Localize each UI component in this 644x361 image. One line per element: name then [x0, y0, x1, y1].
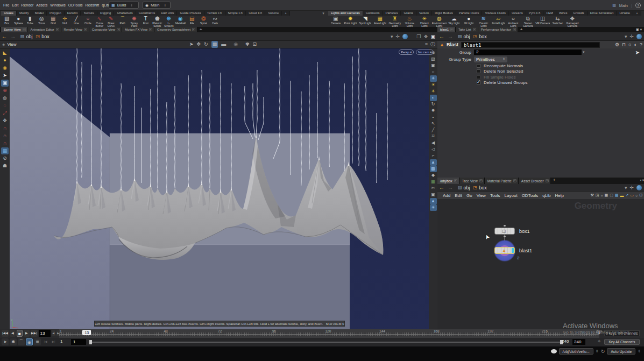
tool-environment-light[interactable]: ◍Environment Light	[432, 16, 447, 27]
tool-portal-light[interactable]: ▱Portal Light	[491, 16, 506, 27]
tool-metaball[interactable]: ◉Metaball	[175, 16, 187, 27]
frame-dec-button[interactable]: ◀	[52, 330, 55, 336]
bulb-icon[interactable]: ☀	[430, 204, 437, 211]
back-arrow-icon[interactable]: ←	[2, 33, 7, 39]
snap-edges-icon[interactable]: ∩	[1, 132, 9, 139]
shelf-tab-hpaste[interactable]: HPaste	[617, 11, 633, 16]
shelf-tab-grains[interactable]: Grains	[401, 11, 416, 16]
contrast-icon[interactable]: ◐	[634, 42, 637, 47]
highlight-icon[interactable]: ▧	[430, 56, 437, 62]
tool-box[interactable]: ▧Box	[1, 16, 13, 27]
group-type-menu[interactable]: Primitives⇕	[474, 56, 507, 62]
slash-icon[interactable]: ╱	[430, 127, 437, 133]
shelf-tab-vellum[interactable]: Vellum	[416, 11, 432, 16]
view-menu-icon[interactable]: ◈	[2, 43, 5, 47]
tool-camera[interactable]: ▣Camera	[328, 16, 343, 27]
tool-point-light[interactable]: ✹Point Light	[343, 16, 358, 27]
close-tab-icon[interactable]: ×	[56, 28, 59, 31]
link-indicator-icon[interactable]	[402, 34, 408, 39]
shelf-tab-terrain-fx[interactable]: Terrain FX	[204, 11, 225, 16]
pane-tab--obj-box[interactable]: /obj/box×	[437, 178, 459, 184]
dopesheet-icon[interactable]: ≣	[34, 338, 41, 345]
network-menu-layout[interactable]: Layout	[505, 193, 518, 198]
dropdown-icon[interactable]: ▾	[625, 34, 627, 39]
shelf-tab-crowds[interactable]: Crowds	[570, 11, 587, 16]
tool-path[interactable]: ⌒Path	[117, 16, 129, 27]
help-icon[interactable]: ?	[640, 42, 642, 47]
viewport-canvas[interactable]	[0, 48, 437, 329]
shelf-tab-wires[interactable]: Wires	[556, 11, 570, 16]
tool-line[interactable]: ╱Line	[70, 16, 82, 27]
scale-tool-icon[interactable]: ⤢	[1, 110, 9, 117]
build-desktop-selector[interactable]: ▦ Build ‖	[109, 2, 139, 9]
tool-switcher[interactable]: ⇆Switcher	[550, 16, 565, 27]
shelf-tab-deform[interactable]: Deform	[65, 11, 81, 16]
shelf-tab-create[interactable]: Create	[1, 11, 17, 16]
front-icon[interactable]: ◁	[430, 146, 437, 153]
objects-tool-icon[interactable]: ●	[1, 57, 9, 64]
message-bubble-icon[interactable]	[551, 349, 557, 353]
menu-assets[interactable]: Assets	[36, 3, 47, 7]
pane-tab-render-view[interactable]: Render View×	[61, 27, 89, 32]
tool-ambient-light[interactable]: ○Ambient Light	[506, 16, 521, 27]
dropdown-icon[interactable]: ▾	[583, 50, 585, 54]
frame-icon[interactable]: ▣	[430, 192, 437, 198]
pane-tab-take-list[interactable]: Take List×	[456, 27, 478, 32]
shelf-tab-modify[interactable]: Modify	[17, 11, 32, 16]
close-tab-icon[interactable]: ×	[513, 28, 516, 31]
secure-selection-icon[interactable]: ▣	[1, 80, 9, 87]
pane-window-icons[interactable]: ▪ ▾	[640, 178, 644, 184]
shelf-tab-model[interactable]: Model	[32, 11, 47, 16]
mount-icon[interactable]: ▲	[430, 198, 437, 204]
search-icon[interactable]: ○	[628, 42, 631, 47]
path-chip-box[interactable]: ◳box	[473, 34, 487, 39]
forward-arrow-icon[interactable]: →	[10, 33, 16, 39]
key-all-channels-button[interactable]: Key All Channels	[604, 339, 640, 345]
play-button[interactable]: ▶	[24, 330, 30, 337]
note-icon[interactable]: ▬	[620, 194, 624, 197]
display-flag-bar[interactable]	[512, 248, 514, 253]
pane-tab-geometry-spreadsheet[interactable]: Geometry Spreadsheet×	[154, 27, 197, 32]
snap-grid-icon[interactable]: ∩	[1, 140, 9, 147]
menu-render[interactable]: Render	[21, 3, 33, 7]
shelf-tab-volume[interactable]: Volume	[265, 11, 282, 16]
network-menu-help[interactable]: Help	[555, 193, 563, 198]
jump-icon[interactable]: ↗	[625, 193, 628, 197]
pane-tab-blast1[interactable]: blast1×	[437, 27, 456, 32]
gear-icon[interactable]: ⚙	[615, 42, 619, 47]
forward-arrow-icon[interactable]: →	[448, 185, 453, 190]
menu-redshift[interactable]: Redshift	[86, 3, 100, 7]
persp-button[interactable]: Persp ▾	[399, 49, 414, 55]
shelf-tab-add[interactable]: +	[282, 11, 290, 16]
close-tab-icon[interactable]: ×	[513, 179, 516, 182]
tool-tube[interactable]: ▮Tube	[24, 16, 36, 27]
node-blast1[interactable]: ▲	[494, 247, 515, 254]
wrench-icon[interactable]: ⚒	[591, 193, 594, 197]
white-square-icon[interactable]: ▣	[430, 34, 435, 39]
handles-tool-icon[interactable]: ✥	[1, 117, 9, 124]
network-canvas[interactable]: Geometry ▢ box1 ▲ blast1 2 ➤	[437, 199, 644, 329]
enter-icon[interactable]: ⊡	[639, 193, 642, 197]
shelf-divider[interactable]: ▾	[320, 11, 327, 16]
tool-l-system[interactable]: ❋L-System	[163, 16, 175, 27]
range-end-field[interactable]: 240	[572, 339, 585, 345]
list-icon[interactable]: ≡	[425, 41, 428, 48]
menu-windows[interactable]: Windows	[50, 3, 65, 7]
tool-vr-camera[interactable]: ◫VR Camera	[535, 16, 550, 27]
wire-icon[interactable]: ↻	[430, 101, 437, 108]
points-icon[interactable]: ✸	[430, 108, 437, 114]
path-chip-obj[interactable]: ▤obj	[458, 185, 470, 190]
tool-spray-paint[interactable]: ✺Spray Paint	[129, 16, 140, 27]
gem-icon[interactable]: ◆	[430, 172, 437, 179]
add-pane-tab-button[interactable]: +	[518, 27, 525, 32]
shelf-tab-hair-utils[interactable]: Hair Utils	[158, 11, 177, 16]
close-tab-icon[interactable]: ×	[450, 28, 454, 31]
snap-icon[interactable]: ▩	[615, 193, 619, 197]
tool-file[interactable]: ▤File	[186, 16, 198, 27]
network-menu-odtools[interactable]: ODTools	[522, 193, 539, 198]
pane-tab-scene-view[interactable]: Scene View×	[1, 27, 28, 32]
prev-key-icon[interactable]: |◀	[42, 338, 49, 345]
back-arrow-icon[interactable]: ←	[439, 33, 444, 39]
info-icon[interactable]: ⓘ	[430, 41, 435, 48]
tray-icon[interactable]: ▭	[630, 193, 634, 197]
